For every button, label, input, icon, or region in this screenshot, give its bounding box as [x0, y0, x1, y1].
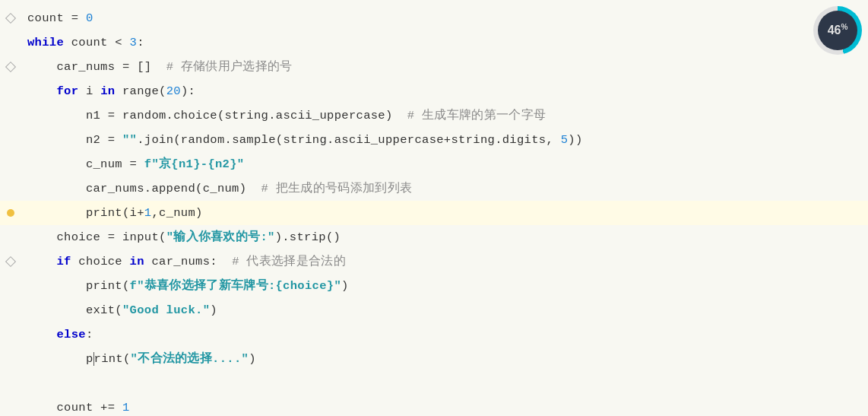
code-line: print("不合法的选择....") [0, 347, 868, 371]
gutter [0, 14, 21, 22]
line-content: if choice in car_nums: # 代表选择是合法的 [21, 249, 346, 274]
code-line: n2 = "".join(random.sample(string.ascii_… [0, 128, 868, 152]
line-content: while count < 3: [21, 30, 144, 55]
line-content: count += 1 [21, 395, 130, 416]
line-content: exit("Good luck.") [21, 298, 217, 322]
code-line: else: [0, 322, 868, 347]
breakpoint-icon [7, 209, 14, 217]
code-line: while count < 3: [0, 30, 868, 55]
line-content: print(f"恭喜你选择了新车牌号:{choice}") [21, 274, 349, 298]
code-line: exit("Good luck.") [0, 298, 868, 322]
code-line: count += 1 [0, 395, 868, 416]
line-content: for i in range(20): [21, 79, 195, 103]
line-content: n2 = "".join(random.sample(string.ascii_… [21, 128, 583, 152]
progress-circle: 46% [813, 6, 862, 55]
gutter-icon [5, 62, 16, 72]
line-content: print(i+1,c_num) [21, 201, 203, 225]
line-content: c_num = f"京{n1}-{n2}" [21, 152, 244, 176]
line-content: choice = input("输入你喜欢的号:").strip() [21, 225, 341, 249]
line-content: else: [21, 322, 93, 347]
code-line-highlighted: print(i+1,c_num) [0, 201, 868, 225]
code-line: if choice in car_nums: # 代表选择是合法的 [0, 249, 868, 274]
line-content: car_nums = [] # 存储供用户选择的号 [21, 55, 293, 79]
gutter-icon [5, 256, 16, 267]
code-line: print(f"恭喜你选择了新车牌号:{choice}") [0, 274, 868, 298]
code-line: car_nums = [] # 存储供用户选择的号 [0, 55, 868, 79]
line-content: count = 0 [21, 6, 93, 30]
code-container: count = 0 while count < 3: car_nums = []… [0, 0, 868, 416]
code-line [0, 371, 868, 395]
code-line: for i in range(20): [0, 79, 868, 103]
gutter [0, 258, 21, 265]
line-content: n1 = random.choice(string.ascii_uppercas… [21, 103, 546, 128]
line-content [21, 371, 35, 395]
progress-suffix: % [841, 23, 847, 31]
gutter-icon [5, 13, 16, 24]
progress-label: 46 [828, 24, 841, 37]
code-line: count = 0 [0, 6, 868, 30]
code-line: c_num = f"京{n1}-{n2}" [0, 152, 868, 176]
progress-inner: 46% [818, 11, 857, 50]
gutter [0, 63, 21, 71]
gutter [0, 209, 21, 217]
code-line: car_nums.append(c_num) # 把生成的号码添加到列表 [0, 176, 868, 201]
line-content: car_nums.append(c_num) # 把生成的号码添加到列表 [21, 176, 412, 201]
progress-value: 46% [828, 23, 848, 37]
line-content: print("不合法的选择....") [21, 347, 256, 371]
code-line: choice = input("输入你喜欢的号:").strip() [0, 225, 868, 249]
code-editor: count = 0 while count < 3: car_nums = []… [0, 0, 868, 416]
code-line: n1 = random.choice(string.ascii_uppercas… [0, 103, 868, 128]
